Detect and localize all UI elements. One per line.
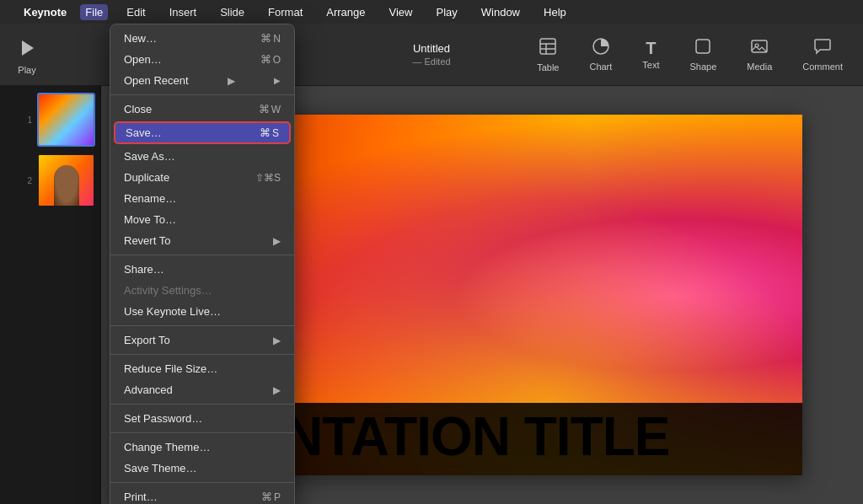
media-icon	[750, 37, 769, 58]
menu-advanced[interactable]: Advanced ▶	[110, 379, 294, 400]
menu-open-recent[interactable]: Open Recent ▶	[110, 70, 294, 91]
shape-icon	[694, 37, 712, 58]
menu-keynote-live[interactable]: Use Keynote Live…	[110, 301, 294, 322]
slide-number-2: 2	[22, 176, 32, 185]
chart-label: Chart	[589, 62, 612, 72]
slide-thumb-1[interactable]	[37, 93, 95, 147]
svg-rect-1	[540, 39, 555, 54]
svg-rect-6	[696, 40, 710, 53]
document-edited: — Edited	[412, 56, 450, 67]
text-icon: T	[646, 40, 656, 56]
menu-move-to[interactable]: Move To…	[110, 209, 294, 230]
file-menu: New… ⌘N Open… ⌘O Open Recent ▶ Close ⌘W …	[110, 24, 295, 504]
menu-rename[interactable]: Rename…	[110, 188, 294, 209]
text-button[interactable]: T Text	[635, 35, 666, 75]
menu-close[interactable]: Close ⌘W	[110, 99, 294, 120]
app-name[interactable]: Keynote	[24, 6, 67, 19]
menubar-file[interactable]: File	[80, 4, 108, 20]
menubar-format[interactable]: Format	[263, 4, 308, 20]
slide-row-1: 1	[5, 93, 95, 147]
menu-set-password[interactable]: Set Password…	[110, 408, 294, 429]
chart-icon	[592, 37, 610, 58]
svg-marker-0	[22, 40, 34, 56]
menu-change-theme[interactable]: Change Theme…	[110, 437, 294, 458]
menu-export[interactable]: Export To ▶	[110, 330, 294, 351]
slide-row-2: 2	[5, 153, 95, 207]
menu-new[interactable]: New… ⌘N	[110, 28, 294, 49]
shape-label: Shape	[690, 62, 717, 72]
document-title-area: Untitled — Edited	[412, 42, 450, 67]
play-icon	[13, 35, 40, 62]
menubar-slide[interactable]: Slide	[215, 4, 249, 20]
menubar-insert[interactable]: Insert	[164, 4, 202, 20]
menubar-arrange[interactable]: Arrange	[321, 4, 370, 20]
table-icon	[539, 37, 557, 59]
slide-panel: 1 2	[0, 86, 101, 504]
sep-6	[110, 432, 294, 433]
media-button[interactable]: Media	[740, 32, 779, 77]
menu-revert[interactable]: Revert To ▶	[110, 230, 294, 251]
menu-share[interactable]: Share…	[110, 259, 294, 280]
menu-print[interactable]: Print… ⌘P	[110, 486, 294, 504]
menubar: Keynote File Edit Insert Slide Format Ar…	[0, 0, 863, 24]
document-title: Untitled	[413, 42, 450, 55]
menu-duplicate[interactable]: Duplicate ⇧⌘S	[110, 167, 294, 188]
sep-4	[110, 354, 294, 355]
sep-3	[110, 325, 294, 326]
play-label: Play	[18, 65, 35, 75]
sep-1	[110, 94, 294, 95]
chart-button[interactable]: Chart	[582, 32, 619, 77]
toolbar-right: Table Chart T Text Shape	[530, 32, 850, 78]
table-button[interactable]: Table	[530, 32, 566, 78]
media-label: Media	[747, 62, 772, 72]
menu-save[interactable]: Save… ⌘ S	[114, 121, 291, 144]
table-label: Table	[537, 62, 559, 72]
menubar-view[interactable]: View	[384, 4, 418, 20]
menubar-edit[interactable]: Edit	[121, 4, 150, 20]
slide-number-1: 1	[22, 115, 32, 125]
menu-open[interactable]: Open… ⌘O	[110, 49, 294, 70]
slide-thumb-2[interactable]	[37, 153, 95, 207]
menu-save-theme[interactable]: Save Theme…	[110, 458, 294, 479]
menu-activity: Activity Settings…	[110, 280, 294, 301]
text-label: Text	[642, 60, 659, 70]
comment-label: Comment	[802, 62, 843, 72]
shape-button[interactable]: Shape	[683, 32, 724, 77]
menubar-window[interactable]: Window	[476, 4, 525, 20]
menubar-help[interactable]: Help	[539, 4, 571, 20]
sep-5	[110, 404, 294, 405]
sep-2	[110, 255, 294, 255]
comment-icon	[813, 37, 832, 58]
menu-save-as[interactable]: Save As…	[110, 146, 294, 167]
sep-7	[110, 482, 294, 483]
menubar-play[interactable]: Play	[431, 4, 462, 20]
menu-reduce[interactable]: Reduce File Size…	[110, 358, 294, 379]
comment-button[interactable]: Comment	[796, 32, 850, 77]
play-button[interactable]: Play	[13, 35, 40, 75]
